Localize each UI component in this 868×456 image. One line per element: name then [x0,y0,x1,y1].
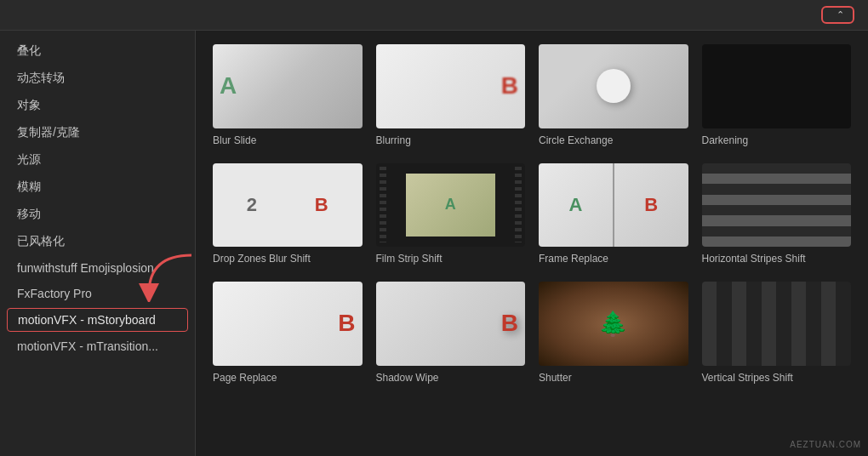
card-vstripes[interactable]: Vertical Stripes Shift [702,282,852,385]
watermark: AEZTUAN.COM [790,440,861,449]
thumb-frame-replace: AB [539,163,688,248]
card-label-blurring: Blurring [376,134,526,148]
thumb-hstripes [702,163,852,248]
card-label-darkening: Darkening [702,134,852,148]
card-label-shutter: Shutter [539,371,688,385]
thumb-vstripes [702,282,852,366]
header: ⌃ [0,0,868,31]
content-area: ABlur SlideBBlurringCircle ExchangeDarke… [196,31,868,456]
installed-filter-button[interactable]: ⌃ [821,6,854,24]
card-label-film-strip: Film Strip Shift [376,252,526,266]
sidebar-item-fxfactory[interactable]: FxFactory Pro [0,281,195,306]
sidebar-item-dynamic[interactable]: 动态转场 [0,65,195,92]
sidebar: 叠化动态转场对象复制器/克隆光源模糊移动已风格化funwithstuff Emo… [0,31,196,456]
card-shadow-wipe[interactable]: BShadow Wipe [376,282,526,385]
thumb-shadow-wipe: B [376,282,526,366]
sidebar-item-object[interactable]: 对象 [0,92,195,119]
card-film-strip[interactable]: AFilm Strip Shift [376,163,526,267]
card-frame-replace[interactable]: ABFrame Replace [539,163,688,267]
sidebar-item-move[interactable]: 移动 [0,201,195,228]
card-hstripes[interactable]: Horizontal Stripes Shift [702,163,852,267]
thumb-shutter: 🌲 [539,282,688,366]
card-label-vstripes: Vertical Stripes Shift [702,371,852,385]
thumb-blur-slide: A [213,44,363,128]
card-label-blur-slide: Blur Slide [213,134,363,148]
card-drop-zones[interactable]: 2BDrop Zones Blur Shift [213,163,363,267]
sidebar-item-motionvfx1[interactable]: motionVFX - mStoryboard [7,308,188,332]
card-label-drop-zones: Drop Zones Blur Shift [213,252,363,266]
sidebar-item-replicator[interactable]: 复制器/克隆 [0,119,195,146]
card-blur-slide[interactable]: ABlur Slide [213,44,363,148]
thumb-page-replace: B [213,282,363,366]
sidebar-item-light[interactable]: 光源 [0,146,195,174]
chevron-down-icon: ⌃ [837,9,844,20]
thumb-film-strip: A [376,163,526,248]
sidebar-item-dissolve[interactable]: 叠化 [0,37,195,65]
sidebar-item-funwithstuff[interactable]: funwithstuff Emojisplosion [0,255,195,281]
card-label-hstripes: Horizontal Stripes Shift [702,252,852,266]
card-blurring[interactable]: BBlurring [376,44,526,148]
card-label-page-replace: Page Replace [213,371,363,385]
sidebar-item-blur[interactable]: 模糊 [0,174,195,201]
transitions-grid: ABlur SlideBBlurringCircle ExchangeDarke… [213,44,851,385]
thumb-drop-zones: 2B [213,163,363,248]
thumb-darkening [702,44,852,128]
sidebar-item-motionvfx2[interactable]: motionVFX - mTransition... [0,333,195,359]
card-circle-exchange[interactable]: Circle Exchange [539,44,688,148]
thumb-blurring: B [376,44,526,128]
card-label-frame-replace: Frame Replace [539,252,688,266]
card-page-replace[interactable]: BPage Replace [213,282,363,385]
card-label-shadow-wipe: Shadow Wipe [376,371,526,385]
main-layout: 叠化动态转场对象复制器/克隆光源模糊移动已风格化funwithstuff Emo… [0,31,868,456]
thumb-circle-exchange [539,44,688,128]
card-shutter[interactable]: 🌲Shutter [539,282,688,385]
card-label-circle-exchange: Circle Exchange [539,134,688,148]
card-darkening[interactable]: Darkening [702,44,852,148]
sidebar-item-stylized[interactable]: 已风格化 [0,228,195,255]
